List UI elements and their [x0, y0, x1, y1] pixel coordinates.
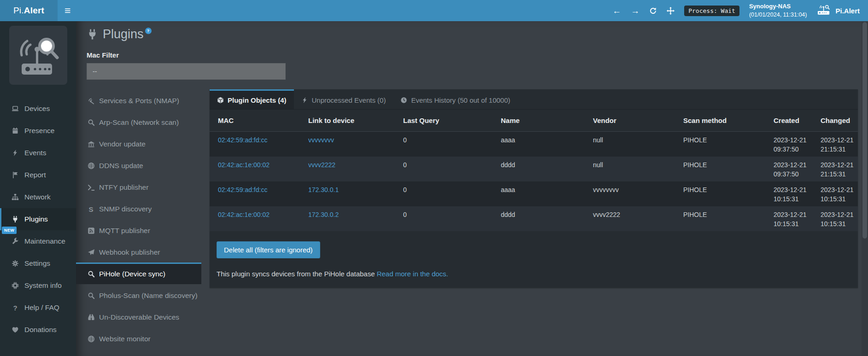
flag-icon — [11, 171, 19, 179]
plugin-nav-arp-scan[interactable]: Arp-Scan (Network scan) — [76, 111, 201, 133]
page-scrollbar[interactable] — [862, 21, 868, 356]
plugin-nav-ddns-update[interactable]: DDNS update — [76, 154, 201, 176]
sidebar-menu: Devices Presence Events Report Network P… — [0, 98, 76, 341]
plugin-nav-services-ports[interactable]: Services & Ports (NMAP) — [76, 89, 201, 111]
brand-prefix: Pi. — [13, 6, 24, 16]
plugin-nav-snmp-discovery[interactable]: S SNMP discovery — [76, 198, 201, 219]
plug-icon — [11, 216, 19, 223]
plugin-nav-label: NTFY publisher — [99, 183, 148, 192]
arrow-left-icon[interactable]: ← — [612, 6, 621, 15]
docs-link[interactable]: Read more in the docs. — [377, 270, 448, 278]
globe-icon — [87, 335, 95, 343]
scan-method-cell: PIHOLE — [675, 132, 765, 157]
tab-events-history[interactable]: Events History (50 out of 10000) — [393, 89, 517, 109]
tab-plugin-objects[interactable]: Plugin Objects (4) — [210, 89, 294, 109]
device-link[interactable]: 172.30.0.1 — [308, 186, 339, 193]
plugin-nav-pholus-scan[interactable]: Pholus-Scan (Name discovery) — [76, 284, 201, 306]
router-scan-icon — [816, 4, 832, 17]
refresh-icon[interactable] — [649, 7, 657, 15]
column-header-mac: MAC — [210, 110, 300, 132]
plugin-nav-label: Arp-Scan (Network scan) — [99, 118, 179, 127]
sidebar-item-presence[interactable]: Presence — [0, 120, 76, 142]
search-icon — [87, 270, 95, 278]
plugin-nav-ntfy-publisher[interactable]: NTFY publisher — [76, 176, 201, 198]
column-header-changed: Changed — [812, 110, 858, 132]
plugin-nav-vendor-update[interactable]: Vendor update — [76, 133, 201, 154]
name-cell: dddd — [493, 157, 585, 181]
new-badge: NEW — [2, 227, 17, 234]
sidebar-item-system-info[interactable]: System info — [0, 274, 76, 297]
brand-suffix: Alert — [24, 6, 44, 16]
column-header-scan-method: Scan method — [675, 110, 765, 132]
mac-link[interactable]: 02:42:ac:1e:00:02 — [218, 211, 270, 218]
host-timestamp: (01/01/2024, 11:31:04) — [749, 12, 807, 18]
plugin-nav-mqtt-publisher[interactable]: MQTT publisher — [76, 219, 201, 241]
tab-unprocessed-events[interactable]: Unprocessed Events (0) — [294, 89, 393, 109]
sidebar-item-maintenance[interactable]: NEW Maintenance — [0, 230, 76, 252]
calendar-icon — [11, 127, 19, 134]
vendor-cell: null — [585, 157, 675, 181]
content-wrapper: Plugins ? Mac Filter Services & Ports (N… — [76, 21, 868, 356]
tab-label: Events History (50 out of 10000) — [411, 96, 510, 104]
changed-cell: 2023-12-21 10:15:31 — [812, 206, 858, 231]
sitemap-icon — [11, 193, 19, 201]
device-link[interactable]: vvvv2222 — [308, 161, 335, 169]
sidebar-item-label: Donations — [24, 326, 57, 334]
host-name: Synology-NAS — [749, 2, 807, 11]
sidebar-item-help-faq[interactable]: ? Help / FAQ — [0, 297, 76, 319]
mac-link[interactable]: 02:42:ac:1e:00:02 — [218, 161, 270, 169]
scrollbar-thumb[interactable] — [862, 22, 867, 239]
bolt-icon — [301, 97, 308, 104]
sidebar-item-events[interactable]: Events — [0, 142, 76, 164]
table-header-row: MAC Link to device Last Query Name Vendo… — [210, 110, 858, 132]
plugin-nav-pihole-device-sync[interactable]: PiHole (Device sync) — [76, 263, 201, 284]
clock-icon — [400, 97, 407, 104]
device-link[interactable]: vvvvvvvv — [308, 136, 334, 144]
plugin-objects-table: MAC Link to device Last Query Name Vendo… — [210, 110, 858, 231]
app-name: Pi.Alert — [835, 7, 860, 15]
tab-bar: Plugin Objects (4) Unprocessed Events (0… — [210, 89, 858, 110]
mac-filter-input[interactable] — [87, 63, 286, 80]
created-cell: 2023-12-21 09:37:50 — [765, 132, 812, 157]
created-cell: 2023-12-21 09:37:50 — [765, 157, 812, 181]
sidebar-item-devices[interactable]: Devices — [0, 98, 76, 120]
mac-link[interactable]: 02:42:59:ad:fd:cc — [218, 186, 267, 193]
wrench-icon — [11, 238, 19, 245]
device-link[interactable]: 172.30.0.2 — [308, 211, 339, 218]
plugin-nav-website-monitor[interactable]: Website monitor — [76, 327, 201, 349]
brand-logo[interactable]: Pi.Alert — [0, 0, 58, 21]
sidebar-item-label: Plugins — [24, 215, 48, 223]
delete-all-button[interactable]: Delete all (filters are ignored) — [217, 241, 320, 258]
sidebar-item-settings[interactable]: Settings — [0, 252, 76, 274]
column-header-last-query: Last Query — [395, 110, 493, 132]
satellite-dish-icon — [87, 97, 95, 105]
table-row: 02:42:59:ad:fd:cc vvvvvvvv 0 aaaa null P… — [210, 132, 858, 157]
chip-icon — [11, 282, 19, 289]
column-header-vendor: Vendor — [585, 110, 675, 132]
created-cell: 2023-12-21 10:15:31 — [765, 206, 812, 231]
help-badge-icon[interactable]: ? — [145, 28, 152, 34]
last-query-cell: 0 — [395, 181, 493, 206]
table-row: 02:42:ac:1e:00:02 172.30.0.2 0 dddd vvvv… — [210, 206, 858, 231]
plugin-description: This plugin syncs devices from the PiHol… — [217, 270, 858, 278]
move-icon[interactable] — [667, 7, 674, 15]
host-info: Synology-NAS (01/01/2024, 11:31:04) — [749, 2, 807, 19]
terminal-icon — [87, 184, 95, 191]
hamburger-menu-icon[interactable]: ≡ — [65, 6, 70, 16]
last-query-cell: 0 — [395, 206, 493, 231]
plugin-nav-label: DDNS update — [99, 162, 143, 170]
sidebar-item-donations[interactable]: Donations — [0, 319, 76, 341]
changed-cell: 2023-12-21 21:15:31 — [812, 132, 858, 157]
sidebar-item-network[interactable]: Network — [0, 186, 76, 208]
plugin-nav-webhook-publisher[interactable]: Webhook publisher — [76, 241, 201, 263]
sidebar-item-label: Events — [24, 149, 46, 157]
plugin-nav-label: Website monitor — [99, 335, 151, 343]
last-query-cell: 0 — [395, 157, 493, 181]
scan-method-cell: PIHOLE — [675, 181, 765, 206]
plugin-nav-undiscoverable-devices[interactable]: Un-Discoverable Devices — [76, 306, 201, 327]
page-title: Plugins — [103, 27, 144, 41]
sidebar-item-report[interactable]: Report — [0, 164, 76, 186]
arrow-right-icon[interactable]: → — [631, 6, 639, 15]
mac-link[interactable]: 02:42:59:ad:fd:cc — [218, 136, 267, 144]
page-title-block: Plugins ? — [87, 27, 868, 42]
